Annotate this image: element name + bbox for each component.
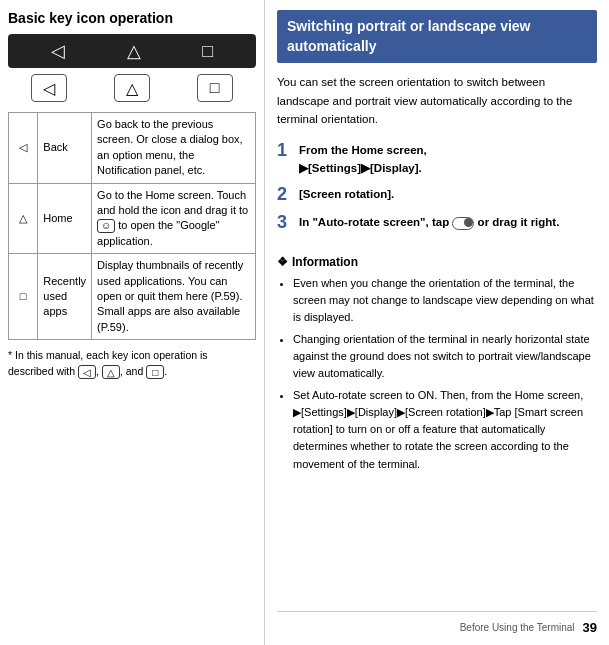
toggle-switch-icon [452, 217, 474, 230]
icon-illustration: ◁ △ □ [8, 34, 256, 68]
info-bullets: Even when you change the orientation of … [277, 275, 597, 473]
back-key-box: ◁ [31, 74, 67, 102]
step-3-num: 3 [277, 212, 299, 234]
right-title: Switching portrait or landscape view aut… [277, 10, 597, 63]
page-footer: Before Using the Terminal 39 [277, 611, 597, 635]
steps-container: 1 From the Home screen,▶[Settings]▶[Disp… [277, 140, 597, 241]
footnote-recent-icon: □ [146, 365, 164, 379]
recent-icon-cell: □ [9, 254, 38, 340]
left-panel: Basic key icon operation ◁ △ □ ◁ △ □ ◁ B… [0, 0, 265, 645]
recent-name-cell: Recently used apps [38, 254, 92, 340]
recent-desc-cell: Display thumbnails of recently used appl… [92, 254, 256, 340]
footnote-home-icon: △ [102, 365, 120, 379]
step-2-row: 2 [Screen rotation]. [277, 184, 597, 206]
info-bullet-2: Changing orientation of the terminal in … [293, 331, 597, 382]
table-row: △ Home Go to the Home screen. Touch and … [9, 183, 256, 254]
step-3-row: 3 In "Auto-rotate screen", tap or drag i… [277, 212, 597, 234]
right-panel: Switching portrait or landscape view aut… [265, 0, 609, 645]
footer-label: Before Using the Terminal [460, 622, 575, 633]
icon-row: ◁ △ □ [8, 74, 256, 102]
back-icon-cell: ◁ [9, 113, 38, 184]
step-2-text: [Screen rotation]. [299, 184, 394, 203]
step-1-row: 1 From the Home screen,▶[Settings]▶[Disp… [277, 140, 597, 177]
home-icon-dark: △ [127, 40, 141, 62]
home-icon-cell: △ [9, 183, 38, 254]
step-2-num: 2 [277, 184, 299, 206]
table-row: □ Recently used apps Display thumbnails … [9, 254, 256, 340]
home-desc-cell: Go to the Home screen. Touch and hold th… [92, 183, 256, 254]
info-bullet-1: Even when you change the orientation of … [293, 275, 597, 326]
table-row: ◁ Back Go back to the previous screen. O… [9, 113, 256, 184]
recent-icon-dark: □ [202, 41, 213, 62]
footnote: * In this manual, each key icon operatio… [8, 348, 256, 380]
left-title: Basic key icon operation [8, 10, 256, 26]
info-section: Information Even when you change the ori… [277, 255, 597, 478]
step-1-text: From the Home screen,▶[Settings]▶[Displa… [299, 140, 427, 177]
step-3-text: In "Auto-rotate screen", tap or drag it … [299, 212, 559, 231]
home-name-cell: Home [38, 183, 92, 254]
back-icon-dark: ◁ [51, 40, 65, 62]
back-name-cell: Back [38, 113, 92, 184]
recent-key-box: □ [197, 74, 233, 102]
footnote-back-icon: ◁ [78, 365, 96, 379]
home-key-box: △ [114, 74, 150, 102]
key-table: ◁ Back Go back to the previous screen. O… [8, 112, 256, 340]
page-number: 39 [583, 620, 597, 635]
step-1-num: 1 [277, 140, 299, 162]
info-bullet-3: Set Auto-rotate screen to ON. Then, from… [293, 387, 597, 472]
back-desc-cell: Go back to the previous screen. Or close… [92, 113, 256, 184]
info-title: Information [277, 255, 597, 269]
right-intro: You can set the screen orientation to sw… [277, 73, 597, 128]
